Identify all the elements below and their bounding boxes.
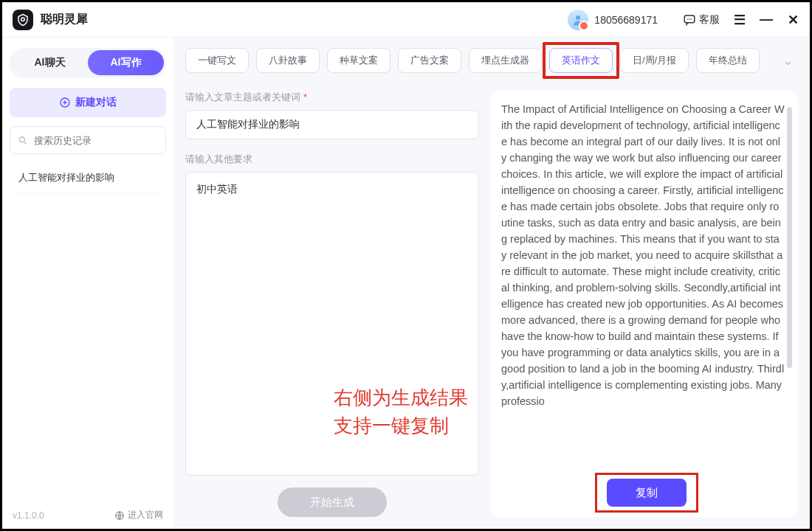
other-requirements-input[interactable] xyxy=(196,183,468,465)
version-label: v1.1.0.0 xyxy=(13,510,44,521)
tool-tab[interactable]: 广告文案 xyxy=(398,48,461,73)
topic-input[interactable] xyxy=(196,111,468,139)
tool-tabs-row: 一键写文 八卦故事 种草文案 广告文案 埋点生成器 英语作文 日/周/月报 年终… xyxy=(185,48,798,73)
result-scroll-area[interactable]: The Impact of Artificial Intelligence on… xyxy=(501,101,792,470)
menu-icon[interactable]: ☰ xyxy=(733,12,746,28)
tool-tab-english-essay[interactable]: 英语作文 xyxy=(549,48,613,73)
app-window: 聪明灵犀 18056689171 客服 ☰ — ✕ AI聊天 AI写作 新建对话 xyxy=(0,0,812,531)
main-panel: 一键写文 八卦故事 种草文案 广告文案 埋点生成器 英语作文 日/周/月报 年终… xyxy=(173,38,810,529)
other-label: 请输入其他要求 xyxy=(185,153,479,166)
svg-point-5 xyxy=(691,18,692,20)
app-title: 聪明灵犀 xyxy=(41,12,88,27)
new-chat-button[interactable]: 新建对话 xyxy=(10,88,166,117)
annotation-highlight-icon xyxy=(595,473,698,513)
sidebar-footer: v1.1.0.0 进入官网 xyxy=(10,504,166,523)
mode-tab-chat[interactable]: AI聊天 xyxy=(12,50,88,75)
history-search[interactable] xyxy=(10,126,166,154)
content-columns: 请输入文章主题或者关键词* 请输入其他要求 右侧为生成结果 支持一键复制 开始生… xyxy=(185,91,798,517)
official-site-link[interactable]: 进入官网 xyxy=(114,509,163,521)
tool-tab[interactable]: 年终总结 xyxy=(696,48,760,73)
close-button[interactable]: ✕ xyxy=(786,12,799,28)
input-column: 请输入文章主题或者关键词* 请输入其他要求 右侧为生成结果 支持一键复制 开始生… xyxy=(185,91,479,517)
tool-tab[interactable]: 八卦故事 xyxy=(256,48,320,73)
titlebar: 聪明灵犀 18056689171 客服 ☰ — ✕ xyxy=(2,2,810,38)
window-controls: ☰ — ✕ xyxy=(733,12,799,28)
support-button[interactable]: 客服 xyxy=(683,13,720,27)
app-body: AI聊天 AI写作 新建对话 人工智能对择业的影响 v1.1.0.0 进入官网 xyxy=(2,38,810,529)
new-chat-label: 新建对话 xyxy=(75,96,117,109)
tool-tab-label: 英语作文 xyxy=(562,54,600,67)
search-icon xyxy=(18,135,28,146)
globe-icon xyxy=(114,510,125,521)
copy-button-wrap: 复制 xyxy=(501,479,792,507)
chat-bubble-icon xyxy=(683,13,696,27)
result-column: The Impact of Artificial Intelligence on… xyxy=(491,91,798,517)
plus-circle-icon xyxy=(59,97,71,108)
sidebar: AI聊天 AI写作 新建对话 人工智能对择业的影响 v1.1.0.0 进入官网 xyxy=(2,38,173,529)
history-item[interactable]: 人工智能对择业的影响 xyxy=(10,163,166,192)
tool-tab[interactable]: 埋点生成器 xyxy=(469,48,542,73)
tool-tab[interactable]: 一键写文 xyxy=(185,48,249,73)
official-site-label: 进入官网 xyxy=(128,509,163,521)
app-logo-icon xyxy=(13,10,33,30)
generate-button[interactable]: 开始生成 xyxy=(278,487,387,517)
scrollbar-thumb[interactable] xyxy=(787,107,792,368)
svg-point-7 xyxy=(19,136,24,142)
scrollbar-track xyxy=(787,104,792,467)
result-text: The Impact of Artificial Intelligence on… xyxy=(501,101,792,409)
history-list: 人工智能对择业的影响 xyxy=(10,163,166,192)
svg-point-1 xyxy=(576,15,580,20)
user-phone: 18056689171 xyxy=(594,14,658,26)
chevron-down-icon[interactable]: ⌄ xyxy=(778,52,798,69)
minimize-button[interactable]: — xyxy=(760,12,773,27)
topic-label-text: 请输入文章主题或者关键词 xyxy=(185,91,300,103)
svg-point-3 xyxy=(687,18,689,20)
history-search-input[interactable] xyxy=(34,135,158,146)
tool-tab[interactable]: 种草文案 xyxy=(327,48,390,73)
topic-label: 请输入文章主题或者关键词* xyxy=(185,91,479,104)
mode-tabs: AI聊天 AI写作 xyxy=(10,48,166,77)
tool-tab[interactable]: 日/周/月报 xyxy=(620,48,689,73)
required-mark-icon: * xyxy=(303,91,307,103)
support-label: 客服 xyxy=(699,13,720,27)
user-avatar[interactable] xyxy=(568,10,588,30)
mode-tab-write[interactable]: AI写作 xyxy=(88,50,164,75)
svg-point-0 xyxy=(21,18,25,21)
other-requirements-box: 右侧为生成结果 支持一键复制 xyxy=(185,172,479,476)
topic-input-wrap xyxy=(185,110,479,139)
svg-point-4 xyxy=(689,18,690,20)
